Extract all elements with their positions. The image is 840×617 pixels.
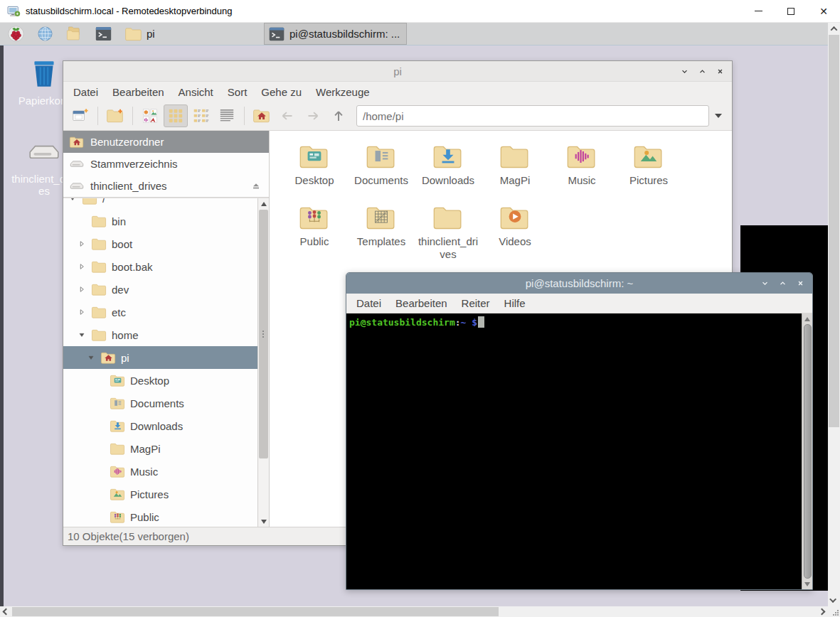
tree-row[interactable]: etc bbox=[63, 301, 257, 323]
tree-row[interactable]: MagPi bbox=[63, 437, 257, 460]
file-item[interactable]: Documents bbox=[348, 138, 415, 199]
file-item[interactable]: Videos bbox=[482, 199, 548, 261]
tree-row[interactable]: boot bbox=[63, 232, 257, 255]
tree-row[interactable]: Documents bbox=[63, 392, 257, 414]
menu-item[interactable]: Bearbeiten bbox=[105, 82, 171, 102]
scroll-down-arrow[interactable] bbox=[258, 516, 269, 527]
expander-icon[interactable] bbox=[77, 262, 87, 272]
expander-icon[interactable] bbox=[95, 375, 105, 385]
resize-grip[interactable] bbox=[828, 606, 840, 617]
menu-item[interactable]: Ansicht bbox=[171, 82, 220, 102]
tree-row[interactable]: dev bbox=[63, 278, 257, 301]
scroll-right-arrow[interactable] bbox=[816, 606, 828, 617]
file-item[interactable]: Templates bbox=[348, 199, 415, 261]
scrollbar-thumb[interactable] bbox=[804, 324, 812, 579]
scroll-left-arrow[interactable] bbox=[0, 606, 12, 617]
forward-button[interactable] bbox=[301, 104, 325, 127]
iconify-button[interactable] bbox=[757, 276, 772, 291]
iconify-button[interactable] bbox=[676, 63, 692, 79]
scrollbar-thumb[interactable] bbox=[829, 35, 839, 427]
tree-row[interactable]: home bbox=[63, 323, 257, 346]
detail-view-button[interactable] bbox=[215, 104, 239, 127]
path-dropdown-button[interactable] bbox=[711, 105, 726, 127]
task-terminal[interactable]: pi@statusbildschirm: ... bbox=[264, 23, 407, 45]
maximize-button[interactable] bbox=[775, 0, 807, 22]
tree-row[interactable]: Public bbox=[63, 505, 257, 527]
tree-row[interactable]: / bbox=[63, 198, 257, 210]
maximize-button[interactable] bbox=[694, 63, 710, 79]
applications-menu-raspberry[interactable] bbox=[6, 24, 26, 44]
terminal-launcher[interactable] bbox=[93, 24, 113, 44]
icon-view-button[interactable] bbox=[164, 104, 188, 127]
file-item[interactable]: Desktop bbox=[281, 138, 348, 199]
home-button[interactable] bbox=[250, 104, 274, 127]
new-folder-button[interactable] bbox=[103, 104, 127, 127]
file-item[interactable]: Music bbox=[548, 138, 615, 199]
expander-icon[interactable] bbox=[77, 330, 87, 340]
up-button[interactable] bbox=[326, 104, 351, 127]
place-row[interactable]: Stammverzeichnis bbox=[63, 153, 269, 175]
close-button[interactable] bbox=[712, 63, 728, 79]
menu-item[interactable]: Reiter bbox=[454, 294, 497, 313]
tree-row[interactable]: boot.bak bbox=[63, 255, 257, 278]
tree-scrollbar[interactable] bbox=[257, 198, 269, 527]
menu-item[interactable]: Datei bbox=[66, 82, 105, 102]
scroll-up-arrow[interactable] bbox=[802, 313, 812, 324]
maximize-button[interactable] bbox=[775, 276, 790, 291]
minimize-button[interactable] bbox=[742, 0, 775, 22]
scroll-down-arrow[interactable] bbox=[802, 579, 812, 589]
menu-item[interactable]: Bearbeiten bbox=[388, 294, 454, 313]
expander-icon[interactable] bbox=[95, 466, 105, 476]
scroll-down-arrow[interactable] bbox=[828, 594, 840, 606]
tree-row[interactable]: Pictures bbox=[63, 483, 257, 505]
compact-view-button[interactable] bbox=[189, 104, 213, 127]
expander-icon[interactable] bbox=[95, 512, 105, 522]
tree-row[interactable]: Desktop bbox=[63, 369, 257, 392]
place-row[interactable]: thinclient_drives bbox=[63, 175, 269, 197]
menu-item[interactable]: Sort bbox=[220, 82, 255, 102]
expander-icon[interactable] bbox=[77, 216, 87, 226]
scrollbar-thumb[interactable] bbox=[259, 210, 268, 458]
close-button[interactable] bbox=[792, 276, 808, 291]
back-button[interactable] bbox=[275, 104, 299, 127]
file-manager[interactable] bbox=[64, 24, 84, 44]
terminal-content[interactable]: pi@statusbildschirm:~ $ bbox=[346, 313, 812, 589]
menu-item[interactable]: Hilfe bbox=[497, 294, 533, 313]
close-button[interactable]: ✕ bbox=[807, 0, 840, 22]
file-item[interactable]: Downloads bbox=[415, 138, 482, 199]
tree-row[interactable]: Music bbox=[63, 460, 257, 483]
path-input[interactable] bbox=[356, 105, 709, 127]
expander-icon[interactable] bbox=[95, 489, 105, 499]
file-item[interactable]: thinclient_drives bbox=[415, 199, 482, 261]
thumbnail-view-button[interactable] bbox=[138, 104, 162, 127]
expander-icon[interactable] bbox=[77, 307, 87, 317]
expander-icon[interactable] bbox=[95, 421, 105, 431]
tree-row[interactable]: bin bbox=[63, 210, 257, 232]
menu-item[interactable]: Gehe zu bbox=[254, 82, 309, 102]
terminal-titlebar[interactable]: pi@statusbildschirm: ~ bbox=[346, 273, 812, 294]
file-item[interactable]: MagPi bbox=[482, 138, 548, 199]
expander-icon[interactable] bbox=[86, 353, 96, 363]
expander-icon[interactable] bbox=[77, 284, 87, 294]
expander-icon[interactable] bbox=[95, 444, 105, 454]
file-manager-titlebar[interactable]: pi bbox=[63, 61, 732, 82]
place-row[interactable]: Benutzerordner bbox=[63, 131, 269, 153]
terminal-scrollbar[interactable] bbox=[802, 313, 812, 589]
expander-icon[interactable] bbox=[95, 398, 105, 408]
tree-row[interactable]: pi bbox=[63, 346, 257, 369]
task-file-manager[interactable]: pi bbox=[121, 23, 264, 45]
file-item[interactable]: Pictures bbox=[615, 138, 682, 199]
new-window-button[interactable] bbox=[68, 104, 92, 127]
file-item[interactable]: Public bbox=[281, 199, 348, 261]
web-browser[interactable] bbox=[35, 24, 55, 44]
expander-icon[interactable] bbox=[68, 198, 78, 203]
scrollbar-thumb[interactable] bbox=[12, 607, 499, 616]
rdp-vertical-scrollbar[interactable] bbox=[828, 23, 840, 606]
rdp-horizontal-scrollbar[interactable] bbox=[0, 606, 828, 617]
menu-item[interactable]: Datei bbox=[349, 294, 388, 313]
scroll-up-arrow[interactable] bbox=[828, 23, 840, 35]
scroll-up-arrow[interactable] bbox=[258, 198, 269, 209]
expander-icon[interactable] bbox=[77, 239, 87, 249]
menu-item[interactable]: Werkzeuge bbox=[309, 82, 377, 102]
eject-icon[interactable] bbox=[250, 181, 262, 192]
